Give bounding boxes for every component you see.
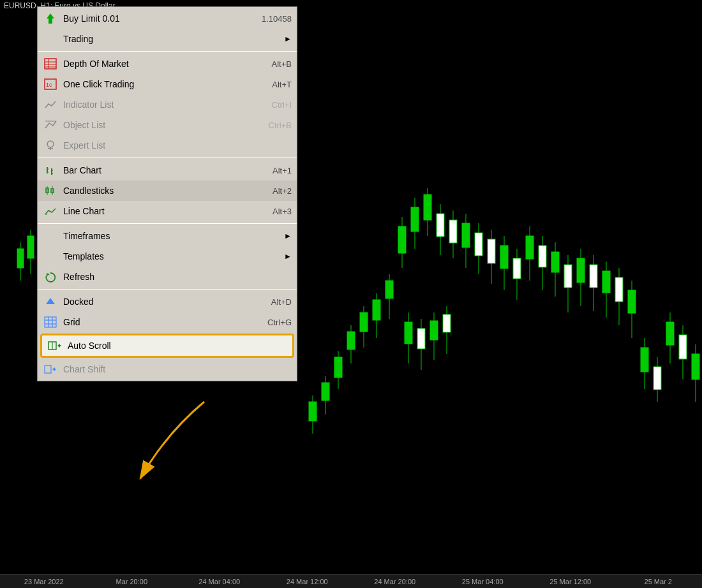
menu-item-depth-of-market[interactable]: Depth Of Market Alt+B (38, 54, 297, 74)
indicator-label: Indicator List (63, 99, 259, 110)
menu-item-templates[interactable]: Templates ► (38, 246, 297, 267)
svg-rect-49 (590, 265, 597, 288)
svg-marker-96 (47, 273, 50, 276)
templates-label: Templates (63, 251, 281, 261)
time-label-6: 25 Mar 12:00 (526, 578, 615, 585)
svg-rect-33 (488, 239, 495, 263)
grid-icon (43, 315, 58, 329)
indicator-shortcut: Ctrl+I (272, 100, 292, 110)
grid-shortcut: Ctrl+G (267, 318, 292, 327)
menu-item-line-chart[interactable]: Line Chart Alt+3 (38, 201, 297, 221)
svg-rect-15 (373, 300, 380, 320)
dom-label: Depth Of Market (63, 59, 259, 69)
timeframes-icon (43, 229, 58, 243)
svg-rect-19 (398, 226, 406, 253)
svg-rect-9 (334, 357, 342, 378)
svg-rect-65 (692, 354, 699, 379)
docked-label: Docked (63, 297, 258, 307)
menu-item-timeframes[interactable]: Timeframes ► (38, 226, 297, 246)
time-label-7: 25 Mar 2 (615, 578, 703, 585)
line-chart-icon (43, 204, 58, 218)
templates-arrow: ► (284, 252, 292, 261)
menu-item-buy-limit[interactable]: Buy Limit 0.01 1.10458 (38, 8, 297, 29)
trading-arrow: ► (284, 34, 292, 43)
menu-item-refresh[interactable]: Refresh (38, 267, 297, 287)
indicator-icon (43, 98, 58, 112)
svg-rect-67 (405, 322, 412, 344)
trading-icon (43, 32, 58, 46)
svg-marker-108 (52, 367, 55, 371)
svg-rect-27 (449, 220, 457, 243)
menu-item-indicator-list[interactable]: Indicator List Ctrl+I (38, 94, 297, 115)
timeframes-label: Timeframes (63, 231, 281, 241)
menu-item-chart-shift[interactable]: Chart Shift (38, 359, 297, 379)
svg-rect-57 (641, 348, 648, 372)
chart-shift-icon (43, 362, 58, 376)
refresh-label: Refresh (63, 272, 292, 282)
menu-item-expert-list[interactable]: Expert List (38, 135, 297, 156)
bar-chart-label: Bar Chart (63, 165, 260, 175)
separator-1 (38, 51, 297, 52)
svg-rect-102 (45, 317, 56, 327)
time-label-3: 24 Mar 12:00 (264, 578, 352, 585)
svg-rect-45 (564, 265, 572, 288)
svg-rect-13 (360, 312, 368, 332)
svg-rect-3 (27, 236, 34, 258)
oct-shortcut: Alt+T (272, 80, 292, 89)
svg-rect-51 (602, 271, 610, 293)
docked-shortcut: Alt+D (271, 297, 292, 307)
svg-rect-61 (666, 322, 674, 345)
line-chart-label: Line Chart (63, 206, 260, 216)
bar-chart-shortcut: Alt+1 (273, 166, 292, 175)
svg-rect-21 (411, 207, 419, 232)
menu-item-bar-chart[interactable]: Bar Chart Alt+1 (38, 160, 297, 180)
buy-limit-icon (43, 11, 58, 26)
svg-rect-17 (385, 281, 393, 298)
candlesticks-icon (43, 184, 58, 198)
svg-rect-23 (424, 195, 431, 220)
svg-rect-35 (500, 246, 508, 268)
templates-icon (43, 249, 58, 263)
svg-rect-59 (653, 367, 661, 390)
svg-rect-71 (430, 321, 438, 340)
svg-rect-39 (526, 236, 534, 259)
menu-item-auto-scroll[interactable]: Auto Scroll (40, 334, 294, 358)
svg-rect-73 (443, 314, 451, 332)
object-label: Object List (63, 120, 256, 130)
candlesticks-shortcut: Alt+2 (273, 186, 292, 196)
expert-label: Expert List (63, 140, 292, 151)
trading-label: Trading (63, 34, 281, 44)
menu-item-one-click-trading[interactable]: 1c One Click Trading Alt+T (38, 74, 297, 94)
separator-2 (38, 158, 297, 158)
svg-marker-97 (46, 298, 55, 304)
time-label-2: 24 Mar 04:00 (176, 578, 264, 585)
svg-marker-105 (57, 344, 60, 348)
separator-3 (38, 223, 297, 224)
time-label-1: Mar 20:00 (88, 578, 176, 585)
svg-rect-55 (628, 290, 636, 313)
auto-scroll-icon (47, 339, 63, 353)
menu-item-candlesticks[interactable]: Candlesticks Alt+2 (38, 180, 297, 201)
svg-rect-75 (45, 59, 56, 69)
time-axis: 23 Mar 2022 Mar 20:00 24 Mar 04:00 24 Ma… (0, 574, 702, 588)
svg-rect-63 (679, 335, 687, 359)
context-menu: Buy Limit 0.01 1.10458 Trading ► Depth O… (37, 6, 297, 381)
dom-shortcut: Alt+B (272, 59, 292, 69)
grid-label: Grid (63, 317, 255, 327)
line-chart-shortcut: Alt+3 (273, 207, 292, 216)
object-shortcut: Ctrl+B (269, 121, 292, 130)
oct-label: One Click Trading (63, 79, 259, 89)
menu-item-object-list[interactable]: Object List Ctrl+B (38, 115, 297, 135)
time-label-4: 24 Mar 20:00 (351, 578, 439, 585)
menu-item-docked[interactable]: Docked Alt+D (38, 291, 297, 312)
separator-4 (38, 289, 297, 290)
object-icon (43, 118, 58, 132)
time-label-0: 23 Mar 2022 (0, 578, 88, 585)
menu-item-trading[interactable]: Trading ► (38, 29, 297, 49)
buy-limit-shortcut: 1.10458 (262, 14, 292, 24)
chart-shift-label: Chart Shift (63, 364, 292, 374)
svg-rect-37 (513, 258, 521, 279)
menu-item-grid[interactable]: Grid Ctrl+G (38, 312, 297, 332)
oct-icon: 1c (43, 77, 58, 91)
docked-icon (43, 295, 58, 309)
